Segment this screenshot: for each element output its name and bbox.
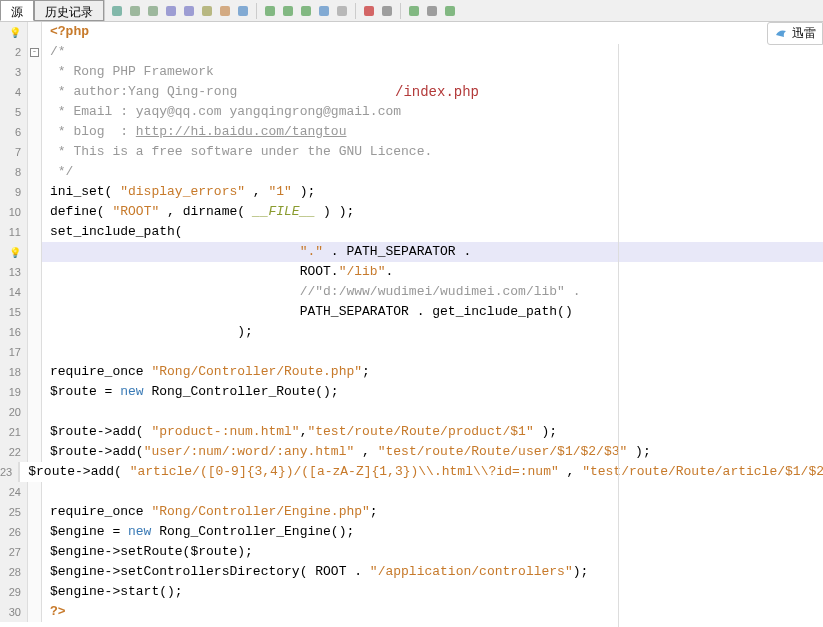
code-line[interactable]: 23$route->add( "article/([0-9]{3,4})/([a… (0, 462, 823, 482)
next-icon[interactable] (145, 3, 161, 19)
code-line[interactable]: 9ini_set( "display_errors" , "1" ); (0, 182, 823, 202)
code-content[interactable]: require_once "Rong/Controller/Route.php"… (42, 362, 823, 382)
code-line[interactable]: 13 ROOT."/lib". (0, 262, 823, 282)
code-content[interactable]: */ (42, 162, 823, 182)
code-content[interactable]: ini_set( "display_errors" , "1" ); (42, 182, 823, 202)
code-line[interactable]: 19$route = new Rong_Controller_Route(); (0, 382, 823, 402)
step-down-icon[interactable] (280, 3, 296, 19)
wrap-icon[interactable] (235, 3, 251, 19)
something-icon[interactable] (199, 3, 215, 19)
code-content[interactable]: $engine->setControllersDirectory( ROOT .… (42, 562, 823, 582)
code-line[interactable]: 20 (0, 402, 823, 422)
code-content[interactable]: PATH_SEPARATOR . get_include_path() (42, 302, 823, 322)
code-content[interactable]: * Rong PHP Framework (42, 62, 823, 82)
code-line[interactable]: 24 (0, 482, 823, 502)
fold-minus-icon[interactable]: - (30, 48, 39, 57)
code-line[interactable]: 11set_include_path( (0, 222, 823, 242)
code-line[interactable]: 14 //"d:/www/wudimei/wudimei.com/lib" . (0, 282, 823, 302)
badge-label: 迅雷 (792, 25, 816, 42)
svg-rect-7 (238, 6, 248, 16)
list-icon[interactable] (424, 3, 440, 19)
code-content[interactable]: * blog : http://hi.baidu.com/tangtou (42, 122, 823, 142)
prev-icon[interactable] (127, 3, 143, 19)
code-line[interactable]: 3 * Rong PHP Framework (0, 62, 823, 82)
code-content[interactable]: $route->add( "article/([0-9]{3,4})/([a-z… (20, 462, 823, 482)
code-content[interactable]: * Email : yaqy@qq.com yangqingrong@gmail… (42, 102, 823, 122)
fold-gutter (28, 302, 42, 322)
line-number: 19 (0, 382, 28, 402)
stop-icon[interactable] (379, 3, 395, 19)
code-line[interactable]: 2-/* (0, 42, 823, 62)
code-content[interactable]: ROOT."/lib". (42, 262, 823, 282)
margin-guide (618, 44, 619, 627)
line-number: 15 (0, 302, 28, 322)
code-content[interactable]: "." . PATH_SEPARATOR . (42, 242, 823, 262)
code-line[interactable]: 10define( "ROOT" , dirname( __FILE__ ) )… (0, 202, 823, 222)
code-content[interactable] (42, 342, 823, 362)
fold-gutter (28, 422, 42, 442)
step-over-icon[interactable] (298, 3, 314, 19)
record-icon[interactable] (361, 3, 377, 19)
code-line[interactable]: 16 ); (0, 322, 823, 342)
fold-gutter (28, 102, 42, 122)
code-content[interactable]: $route->add("user/:num/:word/:any.html" … (42, 442, 823, 462)
code-line[interactable]: 17 (0, 342, 823, 362)
code-content[interactable] (42, 402, 823, 422)
code-line[interactable]: 7 * This is a free software under the GN… (0, 142, 823, 162)
code-content[interactable]: $engine->setRoute($route); (42, 542, 823, 562)
highlight-icon[interactable] (217, 3, 233, 19)
bookmark-icon[interactable] (316, 3, 332, 19)
play-icon[interactable] (406, 3, 422, 19)
code-content[interactable]: $engine->start(); (42, 582, 823, 602)
code-line[interactable]: 5 * Email : yaqy@qq.com yangqingrong@gma… (0, 102, 823, 122)
code-content[interactable]: $engine = new Rong_Controller_Engine(); (42, 522, 823, 542)
line-number: 6 (0, 122, 28, 142)
code-content[interactable]: <?php (42, 22, 823, 42)
code-content[interactable]: set_include_path( (42, 222, 823, 242)
code-line[interactable]: 25require_once "Rong/Controller/Engine.p… (0, 502, 823, 522)
step-up-icon[interactable] (262, 3, 278, 19)
find-icon[interactable] (163, 3, 179, 19)
code-line[interactable]: 29$engine->start(); (0, 582, 823, 602)
code-line[interactable]: 6 * blog : http://hi.baidu.com/tangtou (0, 122, 823, 142)
code-content[interactable]: $route = new Rong_Controller_Route(); (42, 382, 823, 402)
fold-gutter (28, 542, 42, 562)
code-line[interactable]: 28$engine->setControllersDirectory( ROOT… (0, 562, 823, 582)
tab-source[interactable]: 源 (0, 0, 34, 21)
code-content[interactable]: //"d:/www/wudimei/wudimei.com/lib" . (42, 282, 823, 302)
replace-icon[interactable] (181, 3, 197, 19)
thunder-badge[interactable]: 迅雷 (767, 22, 823, 45)
code-content[interactable]: ); (42, 322, 823, 342)
code-line[interactable]: 18require_once "Rong/Controller/Route.ph… (0, 362, 823, 382)
refresh-icon[interactable] (109, 3, 125, 19)
comment-icon[interactable] (334, 3, 350, 19)
svg-rect-8 (265, 6, 275, 16)
code-line[interactable]: 30?> (0, 602, 823, 622)
fold-gutter (28, 202, 42, 222)
code-line[interactable]: 22$route->add("user/:num/:word/:any.html… (0, 442, 823, 462)
line-number: 13 (0, 262, 28, 282)
code-line[interactable]: 💡<?php (0, 22, 823, 42)
tab-history[interactable]: 历史记录 (34, 0, 104, 21)
code-line[interactable]: 26$engine = new Rong_Controller_Engine()… (0, 522, 823, 542)
code-line[interactable]: 8 */ (0, 162, 823, 182)
code-content[interactable]: $route->add( "product-:num.html","test/r… (42, 422, 823, 442)
code-content[interactable]: define( "ROOT" , dirname( __FILE__ ) ); (42, 202, 823, 222)
code-line[interactable]: 21$route->add( "product-:num.html","test… (0, 422, 823, 442)
fold-gutter (28, 602, 42, 622)
code-content[interactable]: * This is a free software under the GNU … (42, 142, 823, 162)
code-content[interactable] (42, 482, 823, 502)
toolbar-separator (355, 3, 356, 19)
code-line[interactable]: 27$engine->setRoute($route); (0, 542, 823, 562)
code-content[interactable]: ?> (42, 602, 823, 622)
svg-rect-17 (445, 6, 455, 16)
code-content[interactable]: /* (42, 42, 823, 62)
fold-gutter[interactable]: - (28, 42, 42, 62)
db-icon[interactable] (442, 3, 458, 19)
code-editor[interactable]: 💡<?php2-/*3 * Rong PHP Framework4 * auth… (0, 22, 823, 622)
code-line[interactable]: 💡 "." . PATH_SEPARATOR . (0, 242, 823, 262)
svg-rect-16 (427, 6, 437, 16)
svg-rect-0 (112, 6, 122, 16)
code-line[interactable]: 15 PATH_SEPARATOR . get_include_path() (0, 302, 823, 322)
code-content[interactable]: require_once "Rong/Controller/Engine.php… (42, 502, 823, 522)
